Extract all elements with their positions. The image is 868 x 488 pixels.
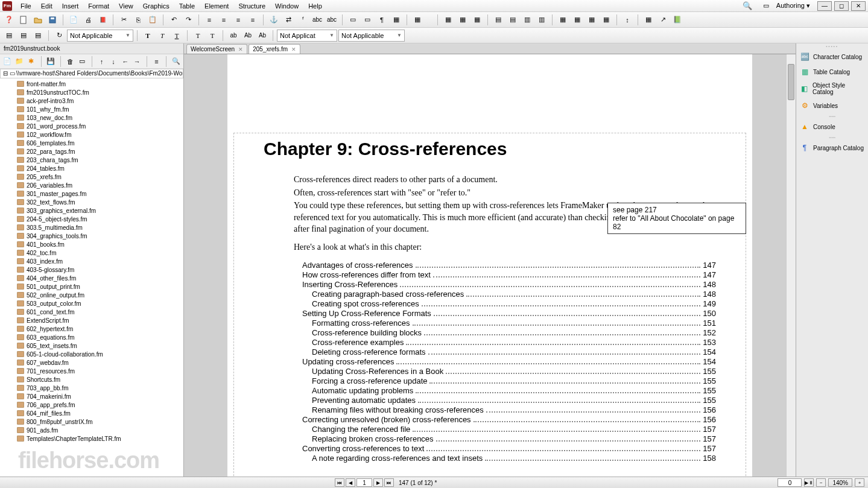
- book-doc-icon[interactable]: ▭: [78, 55, 87, 68]
- tree-item[interactable]: ExtendScript.fm: [0, 316, 183, 325]
- workspace-mode[interactable]: Authoring ▾: [771, 1, 815, 11]
- spellcheck-icon[interactable]: abc: [311, 14, 324, 26]
- menu-insert[interactable]: Insert: [57, 1, 84, 11]
- tree-item[interactable]: 102_workflow.fm: [0, 130, 183, 139]
- anchor-icon[interactable]: ⚓: [267, 14, 280, 26]
- menu-edit[interactable]: Edit: [36, 1, 57, 11]
- panel-variables[interactable]: ⚙Variables: [796, 98, 868, 113]
- update-icon[interactable]: ↻: [52, 30, 66, 42]
- tree-item[interactable]: 301_master_pages.fm: [0, 189, 183, 198]
- doc-tab[interactable]: 205_xrefs.fm✕: [249, 44, 300, 54]
- underline-icon[interactable]: T: [170, 30, 183, 42]
- tree-item[interactable]: 204_tables.fm: [0, 164, 183, 173]
- book-right-icon[interactable]: →: [132, 55, 142, 68]
- copy-icon[interactable]: ⎘: [131, 14, 145, 26]
- tree-item[interactable]: 800_fm8pubf_unstrIX.fm: [0, 417, 183, 426]
- symbols-icon[interactable]: ¶: [375, 14, 388, 26]
- redo-icon[interactable]: ↷: [182, 14, 195, 26]
- table1-icon[interactable]: ▦: [442, 14, 455, 26]
- tree-item[interactable]: 203_chara_tags.fm: [0, 156, 183, 164]
- close-tab-icon[interactable]: ✕: [238, 46, 243, 52]
- align-right-icon[interactable]: ≡: [232, 14, 245, 26]
- tree-item[interactable]: 601_cond_text.fm: [0, 308, 183, 316]
- book-list-icon[interactable]: ≡: [152, 55, 162, 68]
- tbl-a-icon[interactable]: ▦: [585, 14, 598, 26]
- spellcheck2-icon[interactable]: abc: [325, 14, 338, 26]
- align-center-icon[interactable]: ≡: [217, 14, 230, 26]
- element-combo[interactable]: Not Applicable▼: [67, 30, 133, 42]
- help-icon[interactable]: ❓: [2, 14, 16, 26]
- font-combo[interactable]: Not Applicat▼: [277, 30, 337, 42]
- align-left-icon[interactable]: ≡: [203, 14, 216, 26]
- tree-item[interactable]: 604_mif_files.fm: [0, 409, 183, 417]
- tree-item[interactable]: 502_online_output.fm: [0, 291, 183, 299]
- zoom-in-button[interactable]: +: [855, 478, 864, 487]
- zoom-out-button[interactable]: −: [816, 478, 826, 487]
- export-icon[interactable]: ↗: [656, 14, 670, 26]
- last-page-button[interactable]: ⏭: [384, 478, 394, 487]
- italic-icon[interactable]: T: [156, 30, 169, 42]
- char-icon[interactable]: ▤: [17, 30, 30, 42]
- save-icon[interactable]: [46, 14, 59, 26]
- catalog-icon[interactable]: ▤: [31, 30, 45, 42]
- book-down-icon[interactable]: ↓: [109, 55, 118, 68]
- go-button[interactable]: ▶⏸: [804, 478, 814, 487]
- book-search-icon[interactable]: 🔍: [171, 55, 181, 68]
- tree-item[interactable]: Templates\ChapterTemplateLTR.fm: [0, 434, 183, 443]
- tree-item[interactable]: 205_xrefs.fm: [0, 173, 183, 181]
- menu-graphics[interactable]: Graphics: [138, 1, 174, 11]
- menu-element[interactable]: Element: [200, 1, 233, 11]
- book-save-icon[interactable]: 💾: [46, 55, 55, 68]
- bracket-icon[interactable]: ▭: [763, 2, 769, 10]
- tree-item[interactable]: 606_templates.fm: [0, 139, 183, 147]
- panel-object-style-catalog[interactable]: ◧Object Style Catalog: [796, 80, 868, 98]
- tree-item[interactable]: 201_word_process.fm: [0, 122, 183, 130]
- document-viewport[interactable]: Chapter 9: Cross-references Cross-refere…: [184, 54, 796, 477]
- tree-item[interactable]: 602_hypertext.fm: [0, 325, 183, 333]
- page-input[interactable]: [356, 478, 372, 487]
- tree-item[interactable]: 706_app_prefs.fm: [0, 401, 183, 409]
- col-left-icon[interactable]: ▥: [521, 14, 534, 26]
- sort-icon[interactable]: ↕: [621, 14, 634, 26]
- merge-icon[interactable]: ▦: [556, 14, 569, 26]
- tree-item[interactable]: 304_graphics_tools.fm: [0, 232, 183, 240]
- new-icon[interactable]: [17, 14, 30, 26]
- menu-format[interactable]: Format: [83, 1, 114, 11]
- tree-item[interactable]: 101_why_fm.fm: [0, 105, 183, 113]
- panel-table-catalog[interactable]: ▦Table Catalog: [796, 65, 868, 80]
- book-tab[interactable]: fm2019unstruct.book: [0, 43, 183, 54]
- menu-structure[interactable]: Structure: [233, 1, 270, 11]
- next-page-button[interactable]: ▶: [373, 478, 383, 487]
- tree-item[interactable]: 303_graphics_external.fm: [0, 206, 183, 215]
- tree-item[interactable]: 501_output_print.fm: [0, 282, 183, 291]
- table-catalog-icon[interactable]: 📗: [671, 14, 684, 26]
- frame-icon[interactable]: ▭: [346, 14, 360, 26]
- tree-item[interactable]: front-matter.fm: [0, 80, 183, 88]
- borders-icon[interactable]: ▦: [390, 14, 403, 26]
- table3-icon[interactable]: ▦: [470, 14, 484, 26]
- undo-icon[interactable]: ↶: [167, 14, 180, 26]
- tree-item[interactable]: 703_app_bb.fm: [0, 384, 183, 392]
- first-page-button[interactable]: ⏮: [335, 478, 344, 487]
- tree-item[interactable]: 605_text_insets.fm: [0, 341, 183, 350]
- print-icon[interactable]: 🖨: [81, 14, 95, 26]
- footnote-icon[interactable]: ᶠ: [296, 14, 309, 26]
- pdf-icon[interactable]: 📕: [96, 14, 109, 26]
- tree-item[interactable]: 403_index.fm: [0, 257, 183, 265]
- panel-character-catalog[interactable]: 🔤Character Catalog: [796, 49, 868, 65]
- titlecase-icon[interactable]: Ab: [241, 30, 255, 42]
- prev-page-button[interactable]: ◀: [346, 478, 355, 487]
- minimize-button[interactable]: —: [817, 1, 832, 11]
- search-icon[interactable]: 🔍: [743, 1, 752, 10]
- book-left-icon[interactable]: ←: [121, 55, 130, 68]
- lowercase-icon[interactable]: ab: [227, 30, 240, 42]
- panel-paragraph-catalog[interactable]: ¶Paragraph Catalog: [796, 141, 868, 156]
- tree-item[interactable]: 901_ads.fm: [0, 426, 183, 434]
- book-add-icon[interactable]: 📄: [2, 55, 12, 68]
- doc-tab[interactable]: WelcomeScreen✕: [186, 44, 247, 54]
- tree-item[interactable]: 404_other_files.fm: [0, 274, 183, 282]
- tree-item[interactable]: fm2019unstructTOC.fm: [0, 88, 183, 97]
- table2-icon[interactable]: ▦: [456, 14, 469, 26]
- t5-icon[interactable]: T: [206, 30, 219, 42]
- frame2-icon[interactable]: ▭: [361, 14, 374, 26]
